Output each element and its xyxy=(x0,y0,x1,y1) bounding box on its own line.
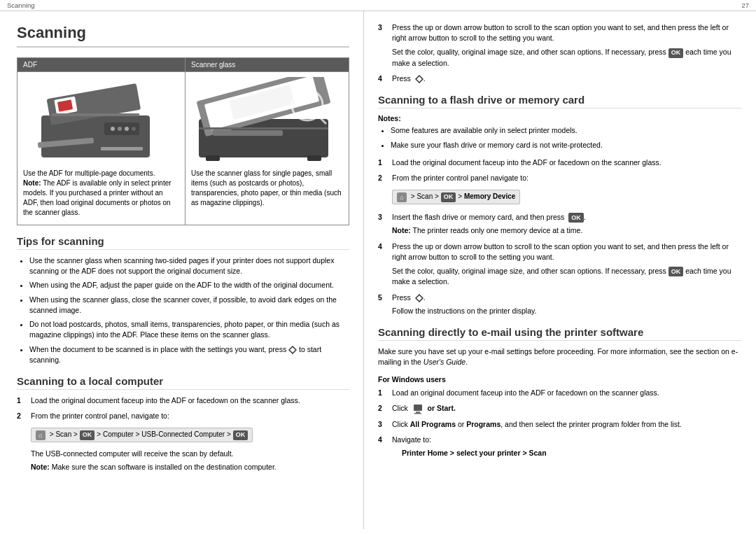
svg-marker-24 xyxy=(416,76,423,83)
ok-badge-flash4: OK xyxy=(668,267,684,276)
flash-nav-path: ⌂ > Scan > OK > Memory Device xyxy=(392,190,520,204)
flash-notes-header: Notes: xyxy=(378,114,742,122)
scanner-comparison-table: ADF Scanner glass xyxy=(17,57,349,225)
top-bar: Scanning 27 xyxy=(0,0,756,11)
svg-rect-17 xyxy=(213,130,283,136)
email-step-1: 1 Load an original document faceup into … xyxy=(378,388,742,398)
computer-icon xyxy=(412,403,424,414)
flash-step3-note: Note: The printer reads only one memory … xyxy=(392,225,742,236)
right-column: 3 Press the up or down arrow button to s… xyxy=(364,11,756,529)
adf-header: ADF xyxy=(18,58,186,72)
flash-drive-section-title: Scanning to a flash drive or memory card xyxy=(378,94,742,108)
scanner-glass-image-cell: Use the scanner glass for single pages, … xyxy=(186,72,349,225)
start-icon-flash5 xyxy=(415,294,424,302)
svg-rect-3 xyxy=(101,147,143,150)
ok-button-nav: OK xyxy=(80,430,95,440)
tip-item-3: When using the scanner glass, close the … xyxy=(29,295,349,316)
tip-item-5: When the document to be scanned is in pl… xyxy=(29,344,349,365)
tips-section-title: Tips for scanning xyxy=(17,235,349,250)
printer-home-path: Printer Home > select your printer > Sca… xyxy=(402,448,742,458)
page-title: Scanning xyxy=(17,24,349,48)
email-section-title: Scanning directly to e-mail using the pr… xyxy=(378,326,742,341)
local-step2-note1: The USB-connected computer will receive … xyxy=(31,449,349,459)
tip-item-4: Do not load postcards, photos, small ite… xyxy=(29,319,349,340)
top-bar-left: Scanning xyxy=(7,1,35,9)
ok-badge-step3: OK xyxy=(668,48,684,58)
flash-step-1: 1 Load the original document faceup into… xyxy=(378,157,742,168)
home-icon: ⌂ xyxy=(36,430,46,440)
tips-list: Use the scanner glass when scanning two-… xyxy=(17,255,349,365)
ok-button-flash: OK xyxy=(441,192,456,202)
flash-step4-note: Set the color, quality, original image s… xyxy=(392,266,742,288)
scanner-glass-image xyxy=(188,75,342,166)
start-scan-diamond-icon xyxy=(288,346,297,354)
flash-notes-list: Some features are available only in sele… xyxy=(378,125,742,150)
flash-step-5: 5 Press . Follow the instructions on the… xyxy=(378,293,742,316)
main-container: Scanning ADF Scanner glass xyxy=(0,11,756,529)
adf-image-cell: Use the ADF for multiple-page documents.… xyxy=(18,72,186,225)
local-computer-section-title: Scanning to a local computer xyxy=(17,375,349,390)
adf-printer-image xyxy=(20,75,174,166)
local-step-1: 1 Load the original document faceup into… xyxy=(17,395,349,406)
svg-rect-22 xyxy=(307,155,321,161)
svg-marker-23 xyxy=(289,346,296,353)
flash-step-2: 2 From the printer control panel navigat… xyxy=(378,173,742,207)
tip-item-2: When using the ADF, adjust the paper gui… xyxy=(29,280,349,290)
svg-rect-21 xyxy=(206,155,220,161)
svg-rect-27 xyxy=(416,412,420,413)
svg-marker-25 xyxy=(416,295,423,302)
email-intro: Make sure you have set up your e-mail se… xyxy=(378,346,742,367)
svg-point-10 xyxy=(125,127,129,131)
svg-rect-28 xyxy=(414,413,421,414)
ok-badge-flash3: OK xyxy=(568,213,584,223)
svg-rect-16 xyxy=(199,127,328,129)
left-column: Scanning ADF Scanner glass xyxy=(0,11,364,529)
svg-rect-6 xyxy=(52,113,139,116)
flash-note-2: Make sure your flash drive or memory car… xyxy=(391,140,742,150)
svg-rect-26 xyxy=(414,405,422,411)
right-step-3: 3 Press the up or down arrow button to s… xyxy=(378,22,742,69)
flash-step-4: 4 Press the up or down arrow button to s… xyxy=(378,241,742,288)
adf-note-text: The ADF is available only in select prin… xyxy=(23,179,172,216)
scanner-glass-caption: Use the scanner glass for single pages, … xyxy=(188,166,346,212)
home-icon-flash: ⌂ xyxy=(397,192,407,202)
flash-step-3: 3 Insert the flash drive or memory card,… xyxy=(378,212,742,237)
email-step-2: 2 Click or Start. xyxy=(378,403,742,414)
local-step-2: 2 From the printer control panel, naviga… xyxy=(17,411,349,472)
svg-point-8 xyxy=(111,127,115,131)
svg-point-9 xyxy=(118,127,122,131)
tip-item-1: Use the scanner glass when scanning two-… xyxy=(29,255,349,276)
email-step-3: 3 Click All Programs or Programs, and th… xyxy=(378,419,742,430)
right-step-4: 4 Press . xyxy=(378,73,742,84)
step3-ok-note: Set the color, quality, original image s… xyxy=(392,47,742,69)
adf-caption: Use the ADF for multiple-page documents.… xyxy=(20,166,182,222)
top-bar-right: 27 xyxy=(741,1,749,9)
scanner-glass-header: Scanner glass xyxy=(186,58,349,72)
email-step-4: 4 Navigate to: Printer Home > select you… xyxy=(378,435,742,458)
for-windows-header: For Windows users xyxy=(378,375,742,384)
ok-button-nav2: OK xyxy=(233,430,248,440)
flash-step5-note: Follow the instructions on the printer d… xyxy=(392,306,742,316)
start-icon-step4 xyxy=(415,75,424,83)
svg-point-11 xyxy=(132,127,136,131)
local-nav-path: ⌂ > Scan > OK > Computer > USB-Connected… xyxy=(31,428,253,442)
local-step2-note2: Note: Make sure the scan software is ins… xyxy=(31,462,349,472)
flash-note-1: Some features are available only in sele… xyxy=(391,125,742,136)
